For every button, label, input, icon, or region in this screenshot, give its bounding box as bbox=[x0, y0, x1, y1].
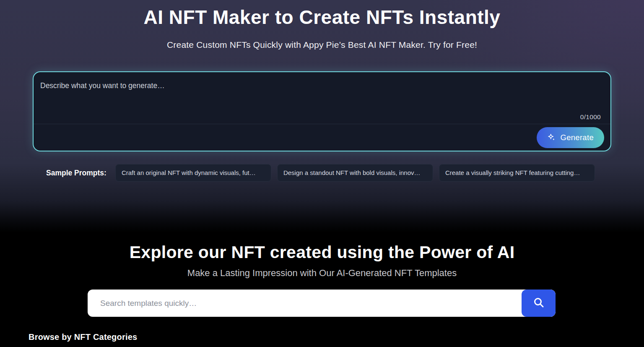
sample-prompts-label: Sample Prompts: bbox=[46, 169, 106, 177]
explore-section-title: Explore our NFT created using the Power … bbox=[0, 243, 644, 262]
sample-prompt-chip-1[interactable]: Craft an original NFT with dynamic visua… bbox=[115, 164, 271, 182]
prompt-input[interactable] bbox=[34, 72, 610, 124]
search-icon bbox=[532, 296, 545, 310]
sample-prompts-row: Sample Prompts: Craft an original NFT wi… bbox=[46, 164, 598, 182]
sample-prompt-chip-3[interactable]: Create a visually striking NFT featuring… bbox=[439, 164, 595, 182]
char-counter: 0/1000 bbox=[580, 113, 601, 121]
template-search-bar bbox=[88, 290, 556, 317]
generate-button-label: Generate bbox=[560, 133, 594, 142]
page-subtitle: Create Custom NFTs Quickly with Appy Pie… bbox=[0, 40, 644, 50]
prompt-box: 0/1000 Generate bbox=[33, 71, 611, 151]
search-input[interactable] bbox=[88, 290, 522, 317]
sample-prompt-chip-2[interactable]: Design a standout NFT with bold visuals,… bbox=[277, 164, 433, 182]
sample-prompt-chips: Craft an original NFT with dynamic visua… bbox=[115, 164, 595, 182]
prompt-input-area: 0/1000 bbox=[34, 72, 610, 124]
sparkle-icon bbox=[547, 133, 556, 142]
page-title: AI NFT Maker to Create NFTs Instantly bbox=[0, 6, 644, 29]
explore-section-subtitle: Make a Lasting Impression with Our AI-Ge… bbox=[0, 268, 644, 279]
search-button[interactable] bbox=[522, 290, 556, 317]
prompt-footer: Generate bbox=[34, 124, 610, 151]
browse-categories-heading: Browse by NFT Categories bbox=[29, 332, 137, 342]
nft-maker-page: AI NFT Maker to Create NFTs Instantly Cr… bbox=[0, 0, 644, 347]
generate-button[interactable]: Generate bbox=[537, 127, 604, 148]
